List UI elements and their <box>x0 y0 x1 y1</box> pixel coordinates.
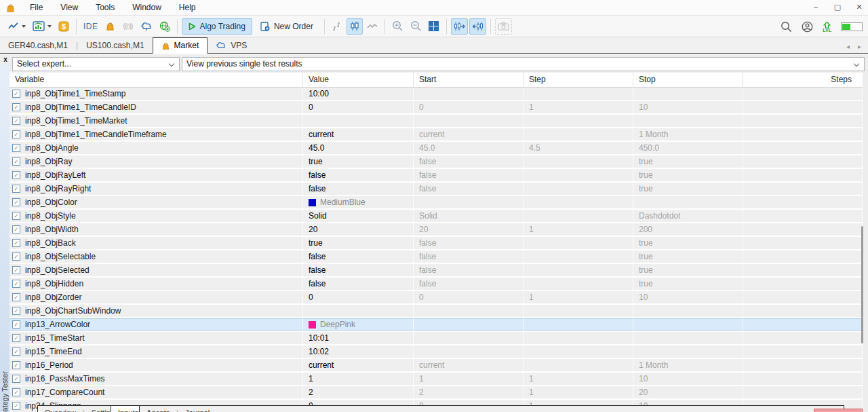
row-checkbox[interactable]: ✓ <box>12 266 20 274</box>
steps-cell[interactable] <box>743 196 863 208</box>
table-row[interactable]: ✓ inp13_ArrowColor DeepPink <box>9 318 863 332</box>
row-checkbox[interactable]: ✓ <box>12 103 20 111</box>
steps-cell[interactable] <box>743 332 863 344</box>
select-expert-dropdown[interactable]: Select expert... <box>12 57 180 71</box>
value-cell[interactable]: false <box>303 250 414 263</box>
step-cell[interactable] <box>524 305 633 317</box>
tab-agents[interactable]: Agents <box>146 406 170 412</box>
steps-cell[interactable] <box>743 128 863 141</box>
step-cell[interactable]: 1 <box>524 386 633 398</box>
table-row[interactable]: ✓ inp8_ObjChartSubWindow <box>9 305 863 318</box>
stop-cell[interactable] <box>633 88 743 100</box>
steps-cell[interactable] <box>743 264 863 276</box>
stop-cell[interactable]: 10 <box>633 101 743 113</box>
tab-vps[interactable]: VPS <box>208 38 255 53</box>
tab-ger40[interactable]: GER40.cash,M1 <box>0 38 76 53</box>
steps-cell[interactable] <box>743 155 863 168</box>
steps-cell[interactable] <box>743 169 863 181</box>
row-checkbox[interactable]: ✓ <box>12 225 20 233</box>
start-cell[interactable]: Solid <box>414 210 524 222</box>
tab-journal[interactable]: Journal <box>185 406 210 412</box>
row-checkbox[interactable]: ✓ <box>12 348 20 356</box>
row-checkbox[interactable]: ✓ <box>12 293 20 301</box>
value-cell[interactable]: 10:00 <box>303 88 414 100</box>
step-cell[interactable] <box>524 250 633 263</box>
header-stop[interactable]: Stop <box>633 73 743 87</box>
algo-trading-button[interactable]: Algo Trading <box>182 18 252 35</box>
new-chart-button[interactable] <box>5 18 28 35</box>
value-cell[interactable]: 2 <box>303 386 414 398</box>
step-cell[interactable] <box>524 210 633 222</box>
stop-cell[interactable]: true <box>633 237 743 249</box>
step-cell[interactable] <box>524 128 633 141</box>
table-row[interactable]: ✓ inp8_ObjTime1_TimeStamp 10:00 <box>9 88 863 101</box>
row-checkbox[interactable]: ✓ <box>12 334 20 342</box>
new-order-button[interactable]: New Order <box>254 18 320 35</box>
indicators-button[interactable] <box>30 18 54 35</box>
header-step[interactable]: Step <box>524 73 633 87</box>
step-cell[interactable] <box>524 359 633 371</box>
search-icon[interactable] <box>781 21 792 33</box>
step-cell[interactable] <box>524 183 633 195</box>
steps-cell[interactable] <box>743 305 863 317</box>
stop-cell[interactable]: 10 <box>633 373 743 385</box>
steps-cell[interactable] <box>743 278 863 290</box>
table-row[interactable]: ✓ inp8_ObjSelected false false true <box>9 264 863 278</box>
stop-button[interactable] <box>814 409 863 412</box>
table-row[interactable]: ✓ inp8_ObjTime1_TimeMarket <box>9 115 863 128</box>
stop-cell[interactable] <box>633 345 743 358</box>
header-variable[interactable]: Variable <box>9 73 303 87</box>
candlestick-mode-button[interactable] <box>347 18 363 35</box>
row-checkbox[interactable]: ✓ <box>12 361 20 369</box>
start-cell[interactable]: false <box>414 169 524 181</box>
row-checkbox[interactable]: ✓ <box>12 117 20 125</box>
step-cell[interactable]: 1 <box>524 223 633 236</box>
step-cell[interactable]: 1 <box>524 291 633 303</box>
row-checkbox[interactable]: ✓ <box>12 320 20 329</box>
start-cell[interactable] <box>414 305 524 317</box>
symbols-button[interactable]: $ <box>56 18 72 35</box>
start-cell[interactable]: 45.0 <box>414 142 524 154</box>
step-cell[interactable] <box>524 88 633 100</box>
table-row[interactable]: ✓ inp15_TimeStart 10:01 <box>9 332 863 345</box>
close-button[interactable]: ✕ <box>854 0 864 14</box>
step-cell[interactable]: 1 <box>524 101 633 113</box>
steps-cell[interactable] <box>743 386 863 398</box>
row-checkbox[interactable]: ✓ <box>12 252 20 261</box>
start-cell[interactable]: current <box>414 359 524 371</box>
steps-cell[interactable] <box>743 223 863 236</box>
row-checkbox[interactable]: ✓ <box>12 157 20 166</box>
table-row[interactable]: ✓ inp8_ObjRayRight false false true <box>9 183 863 196</box>
start-cell[interactable] <box>414 88 524 100</box>
step-cell[interactable]: 1 <box>524 373 633 385</box>
table-row[interactable]: ✓ inp8_ObjHidden false false true <box>9 278 863 291</box>
tab-us100[interactable]: US100.cash,M1 <box>78 38 152 53</box>
value-cell[interactable] <box>303 305 414 317</box>
value-cell[interactable]: 10:01 <box>303 332 414 344</box>
row-checkbox[interactable]: ✓ <box>12 375 20 383</box>
table-row[interactable]: ✓ inp8_ObjColor MediumBlue <box>9 196 863 210</box>
value-cell[interactable]: current <box>303 128 414 141</box>
steps-cell[interactable] <box>743 359 863 371</box>
table-row[interactable]: ✓ inp15_TimeEnd 10:02 <box>9 345 863 359</box>
table-row[interactable]: ✓ inp8_ObjBack true false true <box>9 237 863 250</box>
menu-window[interactable]: Window <box>123 0 170 15</box>
row-checkbox[interactable]: ✓ <box>12 90 20 98</box>
stop-cell[interactable]: 20 <box>633 386 743 398</box>
value-cell[interactable]: true <box>303 155 414 168</box>
step-cell[interactable] <box>524 196 633 208</box>
steps-cell[interactable] <box>743 345 863 358</box>
stop-cell[interactable]: Dashdotdot <box>633 210 743 222</box>
bar-chart-mode-button[interactable] <box>329 18 345 35</box>
menu-view[interactable]: View <box>52 0 87 15</box>
stop-cell[interactable] <box>633 332 743 344</box>
start-cell[interactable]: false <box>414 155 524 168</box>
stop-cell[interactable] <box>633 196 743 208</box>
market-button[interactable] <box>102 18 119 35</box>
menu-file[interactable]: File <box>21 0 52 15</box>
start-cell[interactable]: 0 <box>414 291 524 303</box>
step-cell[interactable] <box>524 345 633 358</box>
chart-shift-button[interactable] <box>451 18 468 35</box>
value-cell[interactable]: DeepPink <box>303 318 414 331</box>
start-cell[interactable] <box>414 332 524 344</box>
